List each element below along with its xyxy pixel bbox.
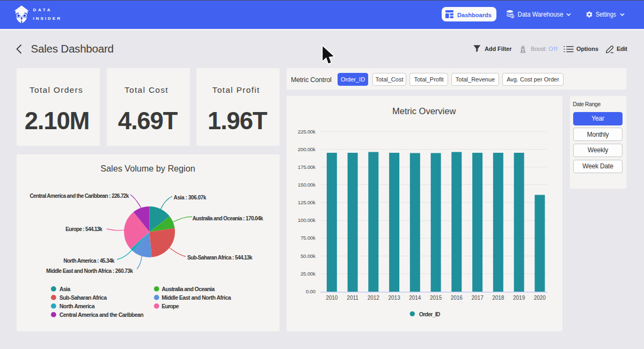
svg-text:Options: Options [576, 46, 598, 52]
svg-text:75.00k: 75.00k [301, 235, 316, 241]
svg-text:Total Cost: Total Cost [125, 85, 169, 94]
svg-text:Sales Dashboard: Sales Dashboard [31, 42, 114, 55]
svg-text:Date Range: Date Range [573, 101, 601, 107]
svg-text:2018: 2018 [492, 295, 504, 301]
svg-text:100.00k: 100.00k [298, 217, 316, 223]
svg-text:Total Profit: Total Profit [213, 85, 260, 94]
svg-text:North America : 45.34k: North America : 45.34k [63, 258, 115, 264]
svg-text:Metric Control: Metric Control [291, 76, 332, 84]
svg-text:0.00: 0.00 [306, 288, 316, 294]
svg-text:2015: 2015 [430, 295, 442, 301]
svg-text:Order_ID: Order_ID [419, 311, 441, 317]
svg-text:2019: 2019 [513, 295, 525, 301]
svg-text:2017: 2017 [471, 295, 484, 301]
svg-text:Sub-Saharan Africa : 544.13k: Sub-Saharan Africa : 544.13k [187, 255, 253, 261]
svg-text:Australia and Oceania: Australia and Oceania [162, 286, 215, 292]
svg-text:175.00k: 175.00k [298, 164, 316, 170]
svg-text:DATA: DATA [33, 8, 53, 12]
svg-text:Settings: Settings [596, 11, 616, 18]
svg-text:50.00k: 50.00k [301, 253, 316, 259]
svg-text:Sub-Saharan Africa: Sub-Saharan Africa [60, 294, 107, 301]
svg-text:Middle East and North Africa: Middle East and North Africa [162, 294, 231, 301]
svg-text:Europe: Europe [162, 303, 179, 309]
svg-text:Dashboards: Dashboards [457, 12, 492, 18]
svg-text:4.69T: 4.69T [118, 107, 178, 135]
svg-text:Sales Volume by Region: Sales Volume by Region [100, 164, 195, 173]
svg-text:225.00k: 225.00k [298, 129, 316, 135]
svg-text:Middle East and North Africa :: Middle East and North Africa : 260.73k [46, 268, 133, 274]
svg-text:200.00k: 200.00k [298, 146, 316, 152]
svg-text:150.00k: 150.00k [298, 182, 316, 188]
svg-text:Edit: Edit [617, 46, 627, 52]
svg-text:Central America and the Caribb: Central America and the Caribbean [60, 311, 144, 318]
svg-text:Add Filter: Add Filter [485, 46, 512, 52]
svg-text:2.10M: 2.10M [25, 107, 89, 135]
svg-text:2013: 2013 [388, 295, 400, 301]
svg-text:2020: 2020 [534, 295, 546, 301]
svg-text:Metric Overview: Metric Overview [392, 106, 456, 116]
svg-text:Asia : 306.07k: Asia : 306.07k [174, 195, 207, 201]
svg-text:Boost:: Boost: [531, 46, 547, 52]
svg-text:2016: 2016 [451, 295, 463, 301]
svg-text:25.00k: 25.00k [301, 271, 316, 277]
svg-text:Australia and Oceania : 170.04: Australia and Oceania : 170.04k [193, 216, 264, 221]
svg-text:Asia: Asia [60, 286, 70, 292]
svg-text:2010: 2010 [326, 295, 338, 301]
svg-text:2014: 2014 [409, 295, 421, 301]
svg-text:Europe : 544.13k: Europe : 544.13k [65, 226, 103, 232]
svg-text:Off: Off [548, 46, 558, 52]
svg-text:1.96T: 1.96T [208, 107, 268, 135]
svg-text:Total Orders: Total Orders [30, 85, 83, 94]
svg-text:125.00k: 125.00k [298, 199, 316, 205]
svg-text:Central America and the Caribb: Central America and the Caribbean : 226.… [30, 193, 129, 199]
svg-text:North America: North America [60, 303, 95, 309]
svg-text:2012: 2012 [368, 295, 380, 301]
svg-text:Data Warehouse: Data Warehouse [518, 11, 564, 18]
svg-text:2011: 2011 [347, 295, 358, 301]
svg-text:INSIDER: INSIDER [33, 16, 62, 21]
